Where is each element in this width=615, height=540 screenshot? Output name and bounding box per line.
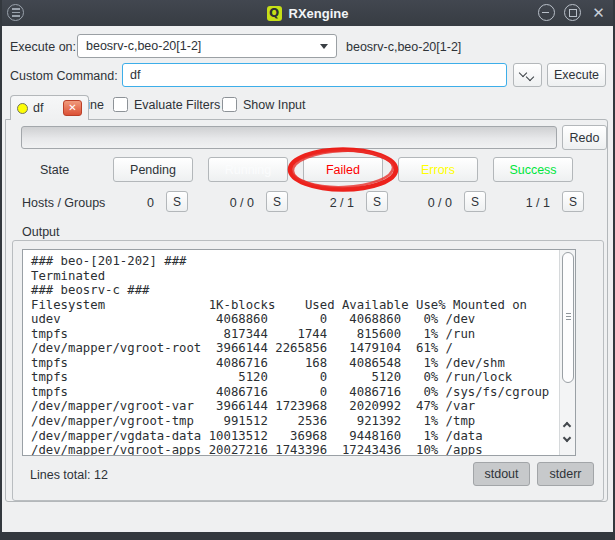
select-errors-button[interactable]: S: [464, 191, 486, 212]
success-count: 1 / 1: [494, 196, 550, 210]
select-success-button[interactable]: S: [562, 191, 584, 212]
window-title-group: Q RXengine: [267, 6, 349, 21]
show-input-label: Show Input: [243, 98, 306, 112]
redo-button[interactable]: Redo: [562, 125, 607, 150]
output-scrollbar[interactable]: [559, 250, 575, 455]
show-input-checkbox[interactable]: [222, 97, 237, 112]
scroll-down-icon[interactable]: [564, 437, 571, 444]
pending-count: 0: [98, 196, 154, 210]
execute-on-combobox[interactable]: beosrv-c,beo-20[1-2]: [77, 34, 337, 58]
app-window: Q RXengine ✕ Execute on: beosrv-c,beo-20…: [0, 0, 615, 540]
tab-title: df: [33, 101, 43, 115]
select-pending-button[interactable]: S: [166, 191, 188, 212]
errors-count: 0 / 0: [396, 196, 452, 210]
execute-on-label: Execute on:: [10, 40, 76, 54]
evaluate-filters-label: Evaluate Filters: [134, 98, 220, 112]
maximize-button[interactable]: [564, 4, 581, 21]
output-scroll-area[interactable]: ### beo-[201-202] ### Terminated ### beo…: [22, 249, 576, 456]
tab-status-icon: [17, 103, 28, 114]
select-failed-button[interactable]: S: [366, 191, 388, 212]
output-text: ### beo-[201-202] ### Terminated ### beo…: [23, 250, 559, 455]
tab-df[interactable]: df ✕: [10, 95, 89, 120]
state-pending-button[interactable]: Pending: [113, 157, 193, 182]
failed-count: 2 / 1: [298, 196, 354, 210]
execute-button[interactable]: Execute: [547, 63, 606, 87]
state-failed-button[interactable]: Failed: [303, 157, 383, 182]
execute-on-value: beosrv-c,beo-20[1-2]: [86, 39, 201, 53]
tab-close-icon[interactable]: ✕: [63, 100, 82, 116]
custom-command-label: Custom Command:: [10, 69, 118, 83]
lines-total-label: Lines total: 12: [30, 468, 108, 482]
progress-bar: [21, 126, 557, 149]
titlebar: Q RXengine ✕: [0, 0, 615, 26]
window-title: RXengine: [289, 6, 349, 21]
stderr-toggle-button[interactable]: stderr: [537, 462, 594, 486]
evaluate-filters-checkbox[interactable]: [113, 97, 128, 112]
select-running-button[interactable]: S: [266, 191, 288, 212]
chevron-down-icon: [320, 44, 328, 49]
running-count: 0 / 0: [198, 196, 254, 210]
window-menu-icon[interactable]: [7, 4, 24, 21]
state-errors-button[interactable]: Errors: [398, 157, 478, 182]
scrollbar-thumb[interactable]: [562, 252, 574, 383]
close-button[interactable]: ✕: [590, 4, 607, 21]
hosts-groups-label: Hosts / Groups: [22, 196, 105, 210]
custom-command-input[interactable]: [122, 63, 507, 87]
scroll-up-icon[interactable]: [564, 422, 571, 429]
state-running-button[interactable]: Running: [208, 157, 288, 182]
execute-on-echo: beosrv-c,beo-20[1-2]: [346, 40, 461, 54]
state-success-button[interactable]: Success: [493, 157, 573, 182]
stdout-toggle-button[interactable]: stdout: [473, 462, 530, 486]
command-history-button[interactable]: [513, 63, 542, 87]
minimize-button[interactable]: [538, 4, 555, 21]
app-icon: Q: [267, 6, 282, 21]
output-label: Output: [22, 225, 60, 239]
state-label: State: [40, 163, 69, 177]
